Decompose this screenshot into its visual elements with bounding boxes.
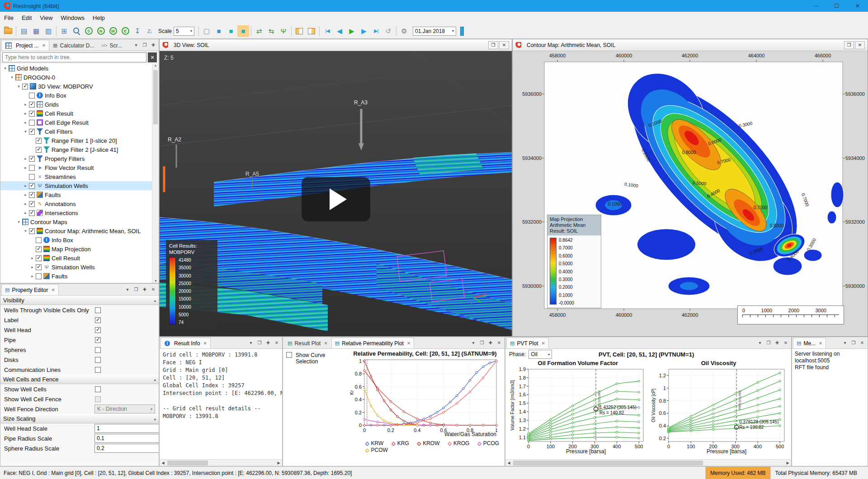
minimize-button[interactable]: ─ — [806, 0, 826, 12]
tree-checkbox[interactable] — [29, 165, 35, 171]
view3d-canvas[interactable]: R_A3 R_A2 R_A5 Z: — [160, 51, 512, 336]
collapse-icon[interactable]: ▴ — [154, 298, 156, 303]
expander-icon[interactable]: ▾ — [16, 84, 22, 89]
close-button[interactable]: ✕ — [495, 339, 503, 347]
view-north-button[interactable]: N — [95, 25, 107, 37]
tree-item-streamlines[interactable]: ✕Streamlines — [0, 172, 152, 181]
close-button[interactable]: ✕ — [847, 0, 868, 12]
expander-icon[interactable]: ▸ — [23, 193, 28, 197]
menu-button[interactable]: ▾ — [247, 339, 255, 347]
close-button[interactable]: ✕ — [782, 339, 790, 347]
plot-main-window-button[interactable]: ▤ — [18, 25, 30, 37]
search-input[interactable] — [2, 52, 146, 62]
tab-property-editor[interactable]: ▤ Property Editor ✕ — [1, 284, 59, 295]
expander-icon[interactable]: ▸ — [23, 156, 28, 161]
scale-select[interactable]: 5▾ — [174, 27, 194, 36]
contour-map-titlebar[interactable]: Contour Map: Arithmetic Mean, SOIL ❐ ✕ — [513, 39, 868, 51]
cube-front-button[interactable]: ■ — [213, 25, 225, 37]
tree-checkbox[interactable] — [29, 102, 35, 108]
tree-checkbox[interactable] — [29, 120, 35, 126]
expander-icon[interactable]: ▸ — [23, 165, 28, 170]
tree-checkbox[interactable] — [29, 129, 35, 135]
tree-item-faults[interactable]: ▸Faults — [0, 272, 152, 281]
plot-editor-button[interactable]: ▥ — [42, 25, 54, 37]
expander-icon[interactable]: ▸ — [23, 183, 28, 188]
view-east-button[interactable]: E — [119, 25, 131, 37]
property-select[interactable]: K - Direction▾ — [94, 404, 155, 413]
legend-item-krg[interactable]: ◇KRG — [392, 440, 409, 446]
scroll-left-icon[interactable]: ◀ — [160, 461, 166, 465]
scroll-right-icon[interactable]: ▶ — [275, 461, 282, 465]
plot-window-button[interactable]: ▦ — [30, 25, 42, 37]
pin-button[interactable]: ✚ — [486, 339, 495, 347]
tree-item-contour-map-arithmetic-mean-soil[interactable]: ▾Contour Map: Arithmetic Mean, SOIL — [0, 226, 152, 235]
menu-button[interactable]: ▾ — [756, 339, 764, 347]
tree-item-simulation-wells[interactable]: ▸ΨSimulation Wells — [0, 263, 152, 272]
tree-checkbox[interactable] — [29, 174, 35, 180]
expander-icon[interactable]: ▸ — [29, 265, 35, 269]
tree-checkbox[interactable] — [29, 183, 35, 189]
cube-outline-button[interactable]: ▢ — [201, 25, 212, 37]
flow-diagnostics-button[interactable]: ⇄ — [253, 25, 265, 37]
tree-checkbox[interactable] — [36, 138, 42, 144]
tree-checkbox[interactable] — [36, 237, 42, 243]
menu-button[interactable]: ▾ — [841, 339, 849, 347]
tree-item-flow-vector-result[interactable]: ▸➤Flow Vector Result — [0, 163, 152, 172]
close-icon[interactable]: ✕ — [42, 43, 46, 48]
search-clear-button[interactable]: ✕ — [148, 52, 157, 62]
menu-button[interactable]: ▾ — [132, 41, 140, 49]
tree-checkbox[interactable] — [29, 228, 35, 234]
tree-item-annotations[interactable]: ▸✎Annotations — [0, 199, 152, 208]
tab-scripts[interactable]: </> Scr... — [98, 40, 126, 51]
scroll-thumb[interactable] — [513, 460, 703, 465]
legend-item-krw[interactable]: ◇KRW — [365, 440, 383, 446]
anim-prev-button[interactable]: ◀ — [334, 25, 345, 37]
tree-item-info-box[interactable]: iInfo Box — [0, 91, 152, 100]
tree-scrollbar[interactable]: ▲▼ — [152, 64, 159, 283]
close-button[interactable]: ✕ — [858, 339, 866, 347]
maximize-button[interactable]: ☐ — [826, 0, 847, 12]
tree-item-grids[interactable]: ▸Grids — [0, 100, 152, 109]
tree-item-intersections[interactable]: ▸Intersections — [0, 208, 152, 217]
pin-button[interactable]: ✚ — [141, 286, 149, 294]
property-checkbox[interactable] — [95, 307, 101, 313]
title-bar[interactable]: ResInsight (64bit) ─ ☐ ✕ — [0, 0, 868, 12]
tab-project-tree[interactable]: Project ... ✕ — [1, 40, 49, 51]
property-checkbox[interactable] — [95, 386, 101, 392]
snapshot-button[interactable]: ↧ — [132, 25, 143, 37]
float-button[interactable]: ❐ — [478, 339, 486, 347]
tree-item-drogon-0[interactable]: ▾DROGON-0 — [0, 73, 152, 82]
expander-icon[interactable]: ▸ — [29, 256, 35, 260]
property-checkbox[interactable] — [95, 367, 101, 373]
property-checkbox[interactable] — [95, 347, 101, 353]
tree-checkbox[interactable] — [36, 264, 42, 270]
dock-left-button[interactable] — [293, 25, 305, 37]
tree-item-cell-result[interactable]: ▸Cell Result — [0, 109, 152, 118]
tree-checkbox[interactable] — [29, 156, 35, 162]
tab-result-plot[interactable]: ▤ Result Plot ✕ — [284, 338, 331, 348]
tab-messages[interactable]: ▤ Me... ✕ — [793, 338, 826, 348]
horizontal-scrollbar[interactable]: ◀ ▶ — [505, 459, 791, 466]
tree-checkbox[interactable] — [29, 111, 35, 117]
contour-map-canvas[interactable]: 0.10000.20000.10000.10000.80000.60000.30… — [513, 51, 868, 336]
float-button[interactable]: ❐ — [132, 286, 140, 294]
scroll-thumb[interactable] — [167, 460, 208, 465]
expander-icon[interactable]: ▾ — [2, 66, 8, 70]
tree-item-range-filter-2-j-slice-41[interactable]: Range Filter 2 [J-slice 41] — [0, 145, 152, 154]
close-button[interactable]: ✕ — [855, 41, 865, 49]
scroll-left-icon[interactable]: ◀ — [505, 461, 512, 465]
tree-item-3d-view-mobporv[interactable]: ▾3D View: MOBPORV — [0, 82, 152, 91]
timestep-select[interactable]: 01.Jan 2018▾ — [413, 27, 456, 36]
tab-relative-permeability-plot[interactable]: ▤ Relative Permeability Plot ✕ — [331, 338, 415, 348]
section-header-size-scaling[interactable]: Size Scaling▴ — [0, 414, 159, 423]
fvf-chart[interactable]: 01002003004005001.11.21.31.41.51.61.71.8… — [509, 366, 646, 457]
relperm-chart[interactable]: 00.20.40.60.8100.20.40.60.81Water/Gas Sa… — [349, 357, 501, 440]
cube-side-button[interactable]: ■ — [225, 25, 237, 37]
phase-select[interactable]: Oil▾ — [528, 350, 552, 359]
cube-active-button[interactable]: ■ — [237, 25, 249, 37]
tree-item-contour-maps[interactable]: ▾Contour Maps — [0, 217, 152, 226]
settings-search-button[interactable]: ⚙ — [398, 25, 410, 37]
restore-button[interactable]: ❐ — [844, 41, 854, 49]
legend-item-pcog[interactable]: ◇PCOG — [477, 440, 499, 446]
show-curve-selection-checkbox[interactable] — [286, 352, 292, 358]
